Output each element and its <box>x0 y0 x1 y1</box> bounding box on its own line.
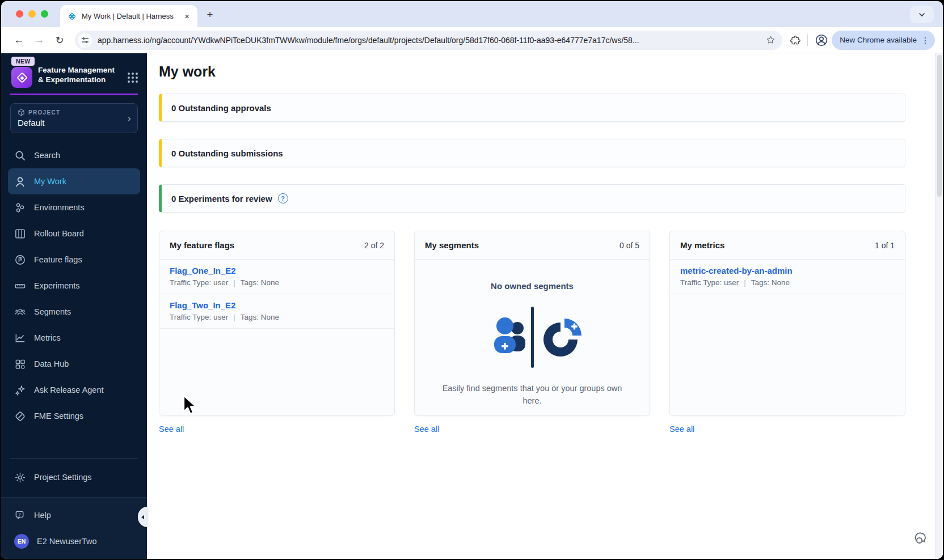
site-settings-icon[interactable] <box>78 33 92 48</box>
sidebar-item-fme-settings[interactable]: FME Settings <box>8 403 140 429</box>
sidebar: NEW Feature Management & Experimentation <box>1 53 147 560</box>
url-text[interactable]: app.harness.io/ng/account/YWdkwNPiTceDUK… <box>98 36 761 45</box>
chrome-update-label: New Chrome available <box>840 36 917 44</box>
sidebar-item-label: FME Settings <box>34 411 83 421</box>
sidebar-bottom: Project Settings ? Help EN E2 Ne <box>1 458 147 560</box>
sidebar-item-rollout-board[interactable]: Rollout Board <box>8 220 140 247</box>
sidebar-item-my-work[interactable]: My Work <box>8 168 140 194</box>
sidebar-item-label: Data Hub <box>34 359 69 368</box>
chevron-left-icon <box>141 515 145 520</box>
sidebar-item-experiments[interactable]: Experiments <box>8 273 140 299</box>
data-hub-icon <box>14 358 26 370</box>
my-segments-card: My segments 0 of 5 No owned segments <box>414 231 650 415</box>
tab-strip: My Work | Default | Harness × + <box>1 1 943 27</box>
harness-favicon <box>67 11 77 22</box>
metrics-column: My metrics 1 of 1 metric-created-by-an-a… <box>669 231 905 434</box>
card-count: 2 of 2 <box>364 241 384 250</box>
browser-menu-icon[interactable]: ⋮ <box>920 36 930 45</box>
chrome-update-button[interactable]: New Chrome available ⋮ <box>832 31 935 50</box>
meta-separator: | <box>744 278 746 287</box>
chevron-right-icon: › <box>127 111 131 124</box>
my-metrics-card: My metrics 1 of 1 metric-created-by-an-a… <box>669 231 905 415</box>
sidebar-item-help[interactable]: ? Help <box>8 502 140 528</box>
metric-meta: Traffic Type: user | Tags: None <box>680 278 895 287</box>
chevron-down-icon <box>918 11 925 18</box>
sidebar-item-label: Search <box>34 151 60 160</box>
sidebar-user[interactable]: EN E2 NewuserTwo <box>8 528 140 554</box>
search-icon <box>14 150 26 162</box>
banner-text: 0 Outstanding submissions <box>171 149 283 158</box>
browser-tab[interactable]: My Work | Default | Harness × <box>60 5 197 27</box>
tags: Tags: None <box>241 278 279 287</box>
tab-close-icon[interactable]: × <box>182 11 192 21</box>
sidebar-item-label: Experiments <box>34 281 80 290</box>
traffic-type: Traffic Type: user <box>170 313 228 321</box>
help-icon[interactable]: ? <box>278 193 288 203</box>
new-tab-button[interactable]: + <box>203 8 217 22</box>
sidebar-footer: ? Help EN E2 NewuserTwo <box>1 497 147 560</box>
zoom-window-button[interactable] <box>41 10 48 18</box>
main-content: My work 0 Outstanding approvals 0 Outsta… <box>147 53 943 560</box>
experiments-review-banner[interactable]: 0 Experiments for review ? <box>159 184 905 213</box>
toolbar-divider <box>807 35 808 46</box>
sparkles-icon <box>14 384 26 396</box>
metric-link[interactable]: metric-created-by-an-admin <box>680 266 793 275</box>
feature-flags-column: My feature flags 2 of 2 Flag_One_In_E2 T… <box>159 231 395 434</box>
sidebar-item-ask-release-agent[interactable]: Ask Release Agent <box>8 377 140 403</box>
module-switcher-grid-icon[interactable] <box>127 71 139 84</box>
help-chat-icon: ? <box>14 510 26 521</box>
sidebar-item-search[interactable]: Search <box>8 142 140 168</box>
address-bar[interactable]: app.harness.io/ng/account/YWdkwNPiTceDUK… <box>75 31 782 50</box>
fme-settings-icon <box>14 410 26 422</box>
card-count: 1 of 1 <box>875 241 895 250</box>
traffic-lights <box>16 10 48 18</box>
sidebar-item-label: Rollout Board <box>34 229 84 238</box>
sidebar-item-data-hub[interactable]: Data Hub <box>8 351 140 377</box>
support-chat-icon[interactable] <box>914 529 930 545</box>
banner-text: 0 Outstanding approvals <box>171 103 271 113</box>
sidebar-item-metrics[interactable]: Metrics <box>8 325 140 351</box>
segments-column: My segments 0 of 5 No owned segments <box>414 231 650 434</box>
see-all-link-feature-flags[interactable]: See all <box>159 425 184 434</box>
scrollbar-thumb[interactable] <box>937 55 942 197</box>
sidebar-item-segments[interactable]: Segments <box>8 299 140 325</box>
segments-empty-state: No owned segments <box>415 260 650 415</box>
extensions-icon[interactable] <box>789 35 800 46</box>
flag-link[interactable]: Flag_One_In_E2 <box>170 266 236 275</box>
feature-flags-icon <box>14 254 26 266</box>
user-icon <box>14 176 26 188</box>
new-badge: NEW <box>11 57 35 66</box>
see-all-link-segments[interactable]: See all <box>414 425 439 434</box>
approvals-banner[interactable]: 0 Outstanding approvals <box>159 94 905 122</box>
sidebar-header: NEW Feature Management & Experimentation <box>1 53 147 88</box>
sidebar-item-project-settings[interactable]: Project Settings <box>8 464 140 490</box>
submissions-banner[interactable]: 0 Outstanding submissions <box>159 139 905 167</box>
sidebar-item-label: My Work <box>34 177 66 186</box>
profile-icon[interactable] <box>815 33 828 47</box>
metrics-icon <box>14 332 26 344</box>
forward-button[interactable]: → <box>31 32 48 49</box>
my-feature-flags-card: My feature flags 2 of 2 Flag_One_In_E2 T… <box>159 231 395 415</box>
flag-meta: Traffic Type: user | Tags: None <box>170 278 384 287</box>
vertical-scrollbar[interactable] <box>935 53 943 560</box>
see-all-link-metrics[interactable]: See all <box>669 425 694 434</box>
sidebar-nav: Search My Work <box>1 142 147 429</box>
avatar: EN <box>14 534 29 549</box>
empty-state-caption: Easily find segments that you or your gr… <box>433 383 631 408</box>
close-window-button[interactable] <box>16 10 23 18</box>
project-label: PROJECT <box>28 109 60 116</box>
brand-accent-line <box>10 94 138 95</box>
bookmark-star-icon[interactable] <box>766 35 776 45</box>
meta-separator: | <box>233 313 235 321</box>
tab-search-chevron-icon[interactable] <box>910 6 934 23</box>
environments-icon <box>14 202 26 214</box>
meta-separator: | <box>233 278 235 287</box>
minimize-window-button[interactable] <box>28 10 36 18</box>
sidebar-item-feature-flags[interactable]: Feature flags <box>8 247 140 273</box>
project-selector[interactable]: PROJECT Default › <box>10 103 138 133</box>
back-button[interactable]: ← <box>10 32 27 49</box>
sidebar-item-label: Project Settings <box>34 473 92 482</box>
flag-link[interactable]: Flag_Two_In_E2 <box>170 300 235 310</box>
sidebar-item-environments[interactable]: Environments <box>8 194 140 220</box>
reload-button[interactable]: ↻ <box>51 32 68 49</box>
